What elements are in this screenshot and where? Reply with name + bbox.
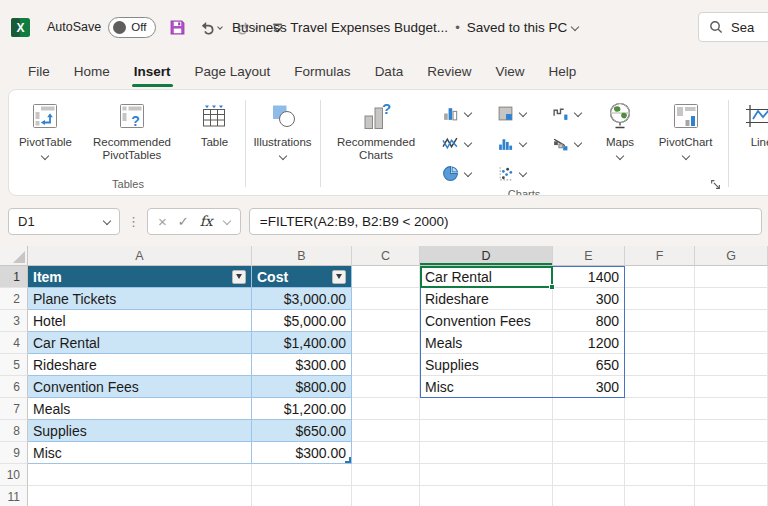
cell-D11[interactable] [420,486,553,506]
cell-F11[interactable] [625,486,695,506]
cell-G11[interactable] [695,486,768,506]
undo-dropdown-chevron-icon[interactable] [217,24,223,30]
cell-E5[interactable]: 650 [553,354,625,376]
cell-F10[interactable] [625,464,695,486]
cell-B4[interactable]: $1,400.00 [252,332,352,354]
cell-B2[interactable]: $3,000.00 [252,288,352,310]
cell-B11[interactable] [252,486,352,506]
line-sparkline-button[interactable]: Line [733,92,768,149]
cell-D1[interactable]: Car Rental [420,266,553,288]
cell-G5[interactable] [695,354,768,376]
row-header-1[interactable]: 1 [0,266,28,288]
table-resize-handle[interactable] [345,457,351,463]
row-header-2[interactable]: 2 [0,288,28,310]
row-header-10[interactable]: 10 [0,464,28,486]
cell-A4[interactable]: Car Rental [28,332,252,354]
cell-B10[interactable] [252,464,352,486]
cell-D9[interactable] [420,442,553,464]
cell-E1[interactable]: 1400 [553,266,625,288]
formula-input[interactable]: =FILTER(A2:B9, B2:B9 < 2000) [249,208,762,235]
cell-A5[interactable]: Rideshare [28,354,252,376]
column-header-A[interactable]: A [28,246,252,266]
cell-F5[interactable] [625,354,695,376]
filter-button-A1[interactable] [232,270,246,284]
cell-E8[interactable] [553,420,625,442]
cell-B6[interactable]: $800.00 [252,376,352,398]
cell-G7[interactable] [695,398,768,420]
insert-waterfall-chart-button[interactable] [538,98,593,128]
cell-A7[interactable]: Meals [28,398,252,420]
cell-D8[interactable] [420,420,553,442]
cell-A3[interactable]: Hotel [28,310,252,332]
row-header-9[interactable]: 9 [0,442,28,464]
cell-D10[interactable] [420,464,553,486]
cell-B5[interactable]: $300.00 [252,354,352,376]
cell-C9[interactable] [352,442,420,464]
select-all-button[interactable] [0,246,28,266]
cell-D4[interactable]: Meals [420,332,553,354]
insert-column-chart-button[interactable] [428,98,483,128]
column-header-G[interactable]: G [695,246,768,266]
insert-function-button[interactable]: fx [200,213,213,229]
row-header-6[interactable]: 6 [0,376,28,398]
pivotchart-button[interactable]: PivotChart [647,92,724,159]
column-header-E[interactable]: E [553,246,625,266]
cell-E11[interactable] [553,486,625,506]
row-header-7[interactable]: 7 [0,398,28,420]
illustrations-button[interactable]: Illustrations [250,92,316,159]
cell-F7[interactable] [625,398,695,420]
column-header-D[interactable]: D [420,246,553,266]
tab-home[interactable]: Home [62,54,122,88]
column-header-C[interactable]: C [352,246,420,266]
cell-C11[interactable] [352,486,420,506]
cell-F9[interactable] [625,442,695,464]
tab-formulas[interactable]: Formulas [282,54,362,88]
autosave-toggle[interactable]: AutoSave Off [47,17,156,38]
search-box[interactable]: Sea [698,12,768,42]
tab-page-layout[interactable]: Page Layout [183,54,283,88]
table-button[interactable]: Table [188,92,241,149]
cell-F4[interactable] [625,332,695,354]
insert-line-chart-button[interactable] [428,128,483,158]
cell-F2[interactable] [625,288,695,310]
cell-C4[interactable] [352,332,420,354]
cell-E2[interactable]: 300 [553,288,625,310]
cell-D6[interactable]: Misc [420,376,553,398]
cell-F1[interactable] [625,266,695,288]
cell-G8[interactable] [695,420,768,442]
filter-button-B1[interactable] [332,270,346,284]
cell-C8[interactable] [352,420,420,442]
cell-G6[interactable] [695,376,768,398]
column-header-B[interactable]: B [252,246,352,266]
insert-statistic-chart-button[interactable] [483,128,538,158]
cell-E3[interactable]: 800 [553,310,625,332]
insert-hierarchy-chart-button[interactable] [483,98,538,128]
cell-B3[interactable]: $5,000.00 [252,310,352,332]
cell-A8[interactable]: Supplies [28,420,252,442]
cell-A6[interactable]: Convention Fees [28,376,252,398]
column-header-F[interactable]: F [625,246,695,266]
tab-view[interactable]: View [483,54,536,88]
insert-combo-chart-button[interactable] [538,128,593,158]
cell-G3[interactable] [695,310,768,332]
cell-C6[interactable] [352,376,420,398]
cell-C2[interactable] [352,288,420,310]
charts-dialog-launcher-button[interactable] [710,179,721,190]
cell-G2[interactable] [695,288,768,310]
row-header-11[interactable]: 11 [0,486,28,506]
name-box[interactable]: D1 [8,208,120,235]
cell-E10[interactable] [553,464,625,486]
cell-G1[interactable] [695,266,768,288]
cell-D2[interactable]: Rideshare [420,288,553,310]
cancel-button[interactable]: × [158,213,167,230]
cell-G10[interactable] [695,464,768,486]
maps-button[interactable]: Maps [593,92,647,159]
cell-G9[interactable] [695,442,768,464]
cell-B7[interactable]: $1,200.00 [252,398,352,420]
cell-B1[interactable]: Cost [252,266,352,288]
cell-C10[interactable] [352,464,420,486]
cell-F8[interactable] [625,420,695,442]
insert-pie-chart-button[interactable] [428,158,483,188]
tab-help[interactable]: Help [536,54,588,88]
cell-C7[interactable] [352,398,420,420]
